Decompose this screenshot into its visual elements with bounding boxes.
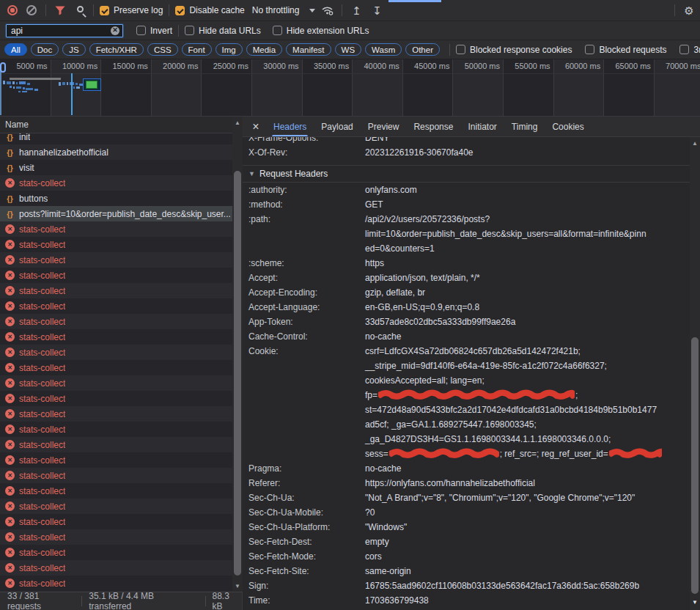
request-row[interactable]: ✕stats-collect — [0, 422, 242, 437]
request-row[interactable]: ✕stats-collect — [0, 345, 242, 360]
filter-pill-js[interactable]: JS — [62, 43, 85, 56]
filter-pill-css[interactable]: CSS — [147, 43, 178, 56]
request-row[interactable]: ✕stats-collect — [0, 514, 242, 529]
export-har-button[interactable]: ↧ — [369, 2, 385, 18]
header-row: ed=0&counters=1 — [243, 241, 690, 256]
request-row[interactable]: ✕stats-collect — [0, 468, 242, 483]
request-name: init — [19, 133, 30, 142]
close-icon[interactable]: × — [248, 120, 263, 133]
request-row[interactable]: ✕stats-collect — [0, 452, 242, 468]
blocked-requests-checkbox[interactable]: Blocked requests — [585, 45, 666, 55]
filter-toggle-button[interactable] — [52, 2, 68, 18]
request-row[interactable]: {}init — [0, 133, 242, 144]
request-row[interactable]: ✕stats-collect — [0, 252, 242, 268]
request-row[interactable]: ✕stats-collect — [0, 375, 242, 391]
hide-extension-urls-checkbox[interactable]: Hide extension URLs — [273, 26, 369, 36]
timeline-window-handle[interactable] — [0, 62, 6, 73]
filter-pill-other[interactable]: Other — [405, 43, 440, 56]
request-row[interactable]: ✕stats-collect — [0, 237, 242, 252]
preserve-log-checkbox[interactable]: Preserve log — [100, 5, 163, 15]
header-name: App-Token: — [243, 315, 365, 329]
request-name: stats-collect — [19, 501, 65, 512]
tab-preview[interactable]: Preview — [361, 117, 407, 136]
request-row[interactable]: {}hannahelizabethofficial — [0, 144, 242, 160]
tab-response[interactable]: Response — [406, 117, 460, 136]
name-column-header[interactable]: Name — [0, 117, 243, 133]
tab-headers[interactable]: Headers — [266, 117, 314, 136]
filter-pill-fetch-xhr[interactable]: Fetch/XHR — [89, 43, 144, 56]
scroll-down-icon[interactable]: ▼ — [232, 583, 243, 589]
request-row[interactable]: ✕stats-collect — [0, 437, 242, 452]
invert-checkbox[interactable]: Invert — [136, 26, 172, 36]
tab-cookies[interactable]: Cookies — [545, 117, 591, 136]
request-name: stats-collect — [19, 471, 65, 481]
clear-button[interactable] — [23, 2, 40, 18]
tab-payload[interactable]: Payload — [314, 117, 360, 136]
request-row[interactable]: ✕stats-collect — [0, 576, 242, 591]
3rd-party-requests-checkbox[interactable]: 3rd-party requests — [679, 45, 700, 55]
request-row[interactable]: ✕stats-collect — [0, 391, 242, 406]
filter-pill-media[interactable]: Media — [246, 43, 282, 56]
request-row[interactable]: ✕stats-collect — [0, 314, 242, 329]
disable-cache-checkbox[interactable]: Disable cache — [175, 5, 244, 15]
clear-filter-icon[interactable]: ✕ — [111, 26, 119, 35]
filter-pill-img[interactable]: Img — [215, 43, 243, 56]
request-row[interactable]: ✕stats-collect — [0, 298, 242, 314]
header-value: gzip, deflate, br — [365, 285, 425, 300]
checkbox-box — [100, 6, 109, 15]
filter-input[interactable]: api ✕ — [6, 24, 123, 37]
hide-data-urls-checkbox[interactable]: Hide data URLs — [185, 26, 261, 36]
filter-pill-manifest[interactable]: Manifest — [286, 43, 331, 56]
import-har-button[interactable]: ↥ — [348, 2, 364, 18]
waterfall-bar — [75, 83, 78, 85]
filter-pill-ws[interactable]: WS — [335, 43, 362, 56]
request-row[interactable]: ✕stats-collect — [0, 499, 242, 514]
tab-timing[interactable]: Timing — [504, 117, 545, 136]
request-row-selected[interactable]: {}posts?limit=10&order=publish_date_desc… — [0, 206, 242, 221]
request-name: posts?limit=10&order=publish_date_desc&s… — [19, 209, 230, 219]
request-row[interactable]: ✕stats-collect — [0, 329, 242, 345]
filter-pill-font[interactable]: Font — [182, 43, 212, 56]
request-list-scrollbar[interactable]: ▲ ▼ — [232, 117, 243, 592]
request-row[interactable]: ✕stats-collect — [0, 545, 242, 560]
request-row[interactable]: ✕stats-collect — [0, 360, 242, 375]
request-row[interactable]: ✕stats-collect — [0, 283, 242, 298]
failed-request-icon: ✕ — [5, 455, 15, 465]
request-row[interactable]: ✕stats-collect — [0, 221, 242, 237]
request-row[interactable]: ✕stats-collect — [0, 560, 242, 576]
scrollbar-thumb[interactable] — [691, 337, 699, 594]
request-row[interactable]: {}visit — [0, 160, 242, 175]
request-headers-section-header[interactable]: ▼ Request Headers — [243, 165, 690, 183]
request-row[interactable]: ✕stats-collect — [0, 529, 242, 545]
network-conditions-button[interactable] — [320, 2, 336, 18]
throttling-dropdown[interactable]: No throttling — [252, 5, 320, 15]
request-row[interactable]: ✕stats-collect — [0, 175, 242, 191]
status-bar: 33 / 381 requests 35.1 kB / 4.4 MB trans… — [0, 592, 243, 610]
details-scrollbar[interactable]: ▲ ▼ — [690, 137, 700, 610]
redaction-scribble — [389, 448, 499, 459]
tab-initiator[interactable]: Initiator — [460, 117, 504, 136]
header-name — [243, 403, 365, 417]
scroll-up-icon[interactable]: ▲ — [690, 140, 700, 147]
scroll-up-icon[interactable]: ▲ — [232, 120, 243, 126]
failed-request-icon: ✕ — [5, 471, 15, 480]
filter-pill-wasm[interactable]: Wasm — [365, 43, 402, 56]
failed-request-icon: ✕ — [5, 548, 15, 557]
blocked-response-cookies-checkbox[interactable]: Blocked response cookies — [456, 45, 572, 55]
scroll-down-icon[interactable]: ▼ — [690, 599, 700, 606]
record-button[interactable] — [4, 2, 21, 18]
timeline-overview[interactable]: 5000 ms10000 ms15000 ms20000 ms25000 ms3… — [0, 59, 700, 117]
filter-pill-all[interactable]: All — [4, 43, 27, 56]
scrollbar-thumb[interactable] — [234, 171, 241, 576]
header-row: Time:1703636799438 — [243, 593, 690, 608]
chevron-down-icon — [309, 9, 315, 12]
filter-pill-doc[interactable]: Doc — [31, 43, 59, 56]
timeline-tick-label: 65000 ms — [603, 62, 651, 70]
request-row[interactable]: ✕stats-collect — [0, 483, 242, 499]
search-button[interactable] — [71, 2, 87, 18]
request-row[interactable]: ✕stats-collect — [0, 406, 242, 422]
request-row[interactable]: ✕stats-collect — [0, 268, 242, 283]
settings-button[interactable]: ⚙ — [681, 2, 697, 18]
divider — [205, 596, 206, 606]
request-row[interactable]: {}buttons — [0, 191, 242, 206]
